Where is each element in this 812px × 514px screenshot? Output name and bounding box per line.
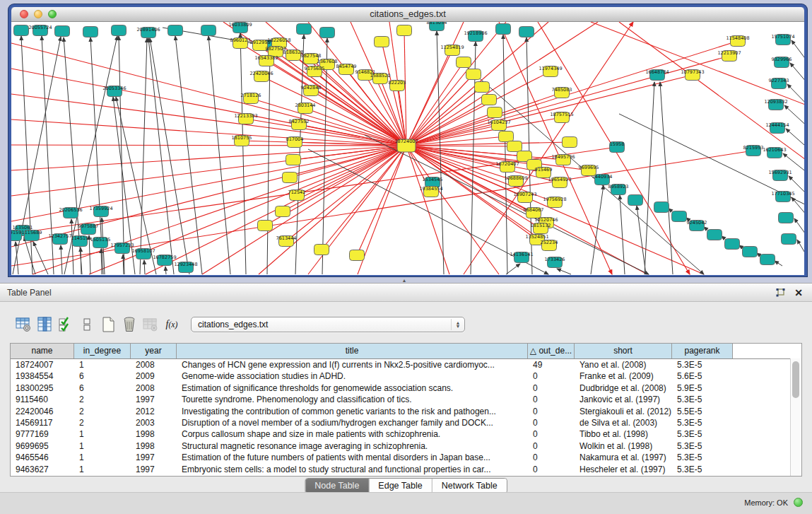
table-row[interactable]: 969969511998Structural magnetic resonanc… <box>11 440 801 452</box>
graph-node[interactable] <box>672 211 687 222</box>
graph-node[interactable] <box>112 25 126 36</box>
graph-node[interactable]: 2803144 <box>295 103 316 114</box>
table-selector[interactable]: citations_edges.txt ▲▼ <box>191 317 465 332</box>
graph-node[interactable] <box>297 24 312 35</box>
float-panel-icon[interactable] <box>774 287 787 298</box>
table-row[interactable]: 2242004622012Investigating the contribut… <box>11 406 801 417</box>
graph-node[interactable] <box>507 141 522 152</box>
graph-node[interactable]: 18757515 <box>550 112 573 123</box>
graph-node[interactable]: 20206536 <box>59 207 82 218</box>
graph-node[interactable] <box>83 27 98 37</box>
graph-node[interactable] <box>628 195 643 206</box>
graph-node[interactable] <box>743 247 758 257</box>
graph-node[interactable] <box>563 137 577 148</box>
graph-node[interactable]: 8813054 <box>427 22 447 31</box>
graph-node[interactable] <box>286 155 301 165</box>
graph-node[interactable] <box>466 69 481 80</box>
graph-node[interactable]: 9245042 <box>687 220 707 231</box>
graph-node[interactable] <box>276 206 290 217</box>
graph-node[interactable]: 712542 <box>288 189 306 201</box>
graph-canvas[interactable]: 1872400720055724208914061603380978572248… <box>11 22 804 275</box>
graph-node[interactable]: 17710345 <box>771 191 794 202</box>
graph-node[interactable] <box>488 107 502 118</box>
graph-node[interactable] <box>760 255 775 265</box>
graph-node[interactable] <box>519 27 534 37</box>
graph-node[interactable] <box>499 132 514 142</box>
graph-node[interactable] <box>14 25 29 36</box>
table-row[interactable]: 946362711997Embryonic stem cells: a mode… <box>11 464 801 475</box>
graph-node[interactable] <box>320 28 335 38</box>
graph-node[interactable]: 20055724 <box>28 25 52 36</box>
graph-node[interactable]: 15958 <box>610 141 625 153</box>
graph-node[interactable]: 9242848 <box>301 85 322 96</box>
column-header-pagerank[interactable]: pagerank <box>672 344 733 358</box>
graph-node[interactable] <box>314 245 329 255</box>
table-column-icon[interactable] <box>34 315 55 334</box>
table-row[interactable]: 946554611997Estimation of the future num… <box>11 452 801 463</box>
scrollbar-thumb[interactable] <box>792 361 799 398</box>
graph-node[interactable] <box>375 37 389 47</box>
table-row[interactable]: 1938455462009Genome-wide association stu… <box>11 370 801 382</box>
graph-node[interactable]: 7613444 <box>276 235 297 247</box>
graph-node[interactable]: 11548408 <box>726 35 749 47</box>
graph-node[interactable]: 19756928 <box>543 197 566 208</box>
graph-node[interactable]: 19218986 <box>464 30 487 42</box>
table-row[interactable]: 1456911722003Disruption of a novel membe… <box>11 417 801 428</box>
table-row[interactable]: 977716911998Corpus callosum shape and si… <box>11 428 801 440</box>
graph-node[interactable]: 9227343 <box>769 78 789 89</box>
graph-hub-node[interactable]: 18724007 <box>394 139 418 152</box>
graph-node[interactable]: 8960123 <box>230 37 251 49</box>
graph-node[interactable]: 9175685 <box>305 66 325 77</box>
graph-node[interactable] <box>168 25 183 36</box>
graph-node[interactable]: 10797343 <box>681 69 704 81</box>
select-columns-icon[interactable] <box>55 315 76 334</box>
graph-node[interactable]: 1810755 <box>232 135 252 146</box>
row-tools-icon[interactable] <box>76 315 98 334</box>
graph-node[interactable]: 15751074 <box>771 34 794 45</box>
graph-node[interactable]: 1815132 <box>531 223 551 234</box>
column-header-year[interactable]: year <box>131 344 177 358</box>
column-header-short[interactable]: short <box>575 344 672 358</box>
graph-node[interactable]: 1505135 <box>90 237 111 248</box>
graph-node[interactable]: 17359924 <box>89 206 112 217</box>
graph-node[interactable]: 8215953 <box>743 145 764 156</box>
graph-node[interactable] <box>457 57 471 68</box>
graph-node[interactable] <box>482 95 497 105</box>
graph-node[interactable]: 8427552 <box>289 119 310 130</box>
graph-node[interactable]: 252234 <box>541 240 558 251</box>
graph-node[interactable]: 17957233 <box>110 243 134 254</box>
graph-node[interactable]: 16210643 <box>763 147 786 158</box>
graph-node[interactable]: 11974349 <box>539 66 562 77</box>
delete-trash-icon[interactable] <box>119 315 140 334</box>
graph-node[interactable] <box>201 25 216 36</box>
graph-node[interactable] <box>782 234 796 245</box>
graph-node[interactable]: 9329966 <box>772 57 792 68</box>
tab-node-table[interactable]: Node Table <box>305 479 369 493</box>
graph-node[interactable] <box>779 213 794 223</box>
graph-node[interactable]: 16720407 <box>495 161 519 173</box>
graph-node[interactable]: 39159 <box>11 230 22 241</box>
close-panel-icon[interactable]: ✕ <box>792 287 805 298</box>
column-header-title[interactable]: title <box>177 344 528 358</box>
graph-node[interactable]: 12093832 <box>764 99 787 110</box>
graph-node[interactable]: 2718126 <box>241 93 261 104</box>
graph-node[interactable]: 14136141 <box>510 252 533 263</box>
graph-node[interactable]: 1588520 <box>370 73 391 84</box>
graph-node[interactable]: 12213383 <box>234 113 257 124</box>
table-settings-icon[interactable] <box>13 315 34 334</box>
column-header-in-degree[interactable]: in_degree <box>74 344 131 358</box>
graph-node[interactable] <box>496 24 511 35</box>
graph-node[interactable]: 114519 <box>71 235 89 247</box>
graph-node[interactable] <box>397 25 412 36</box>
graph-node[interactable]: 8454749 <box>336 64 357 75</box>
graph-node[interactable] <box>258 221 273 231</box>
table-row[interactable]: 911546021997Tourette syndrome. Phenomeno… <box>11 394 801 405</box>
graph-node[interactable]: 12444154 <box>765 122 789 134</box>
graph-node[interactable]: 15692931 <box>768 170 792 181</box>
graph-node[interactable] <box>707 230 722 240</box>
graph-node[interactable]: 817004 <box>286 136 304 148</box>
graph-node[interactable] <box>283 173 298 183</box>
table-row[interactable]: 1872400712008Changes of HCN gene express… <box>11 359 801 370</box>
table-scrollbar[interactable] <box>790 358 801 477</box>
graph-node[interactable]: 1733426 <box>545 257 565 268</box>
